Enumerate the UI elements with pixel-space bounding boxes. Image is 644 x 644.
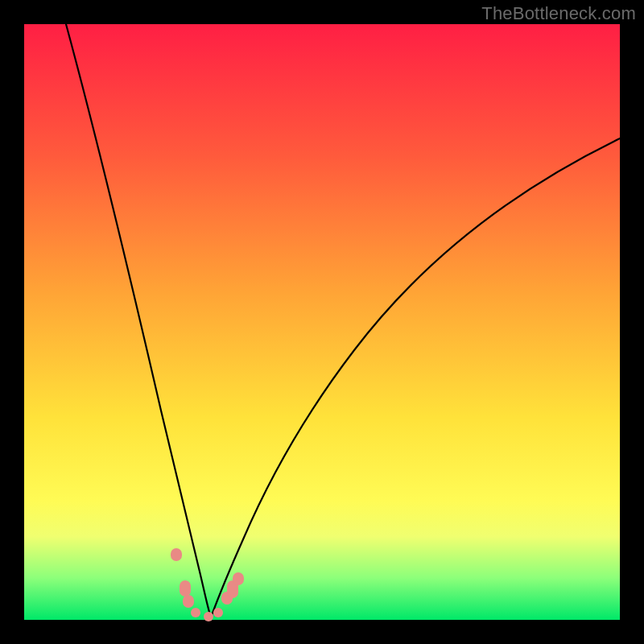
marker-bottom-mid <box>204 612 213 621</box>
curve-svg <box>24 24 620 620</box>
marker-bottom-left <box>191 608 200 617</box>
curve-right-branch <box>211 138 620 617</box>
watermark-text: TheBottleneck.com <box>481 3 636 24</box>
curve-left-branch <box>66 24 211 617</box>
plot-area <box>24 24 620 620</box>
marker-bottom-right <box>213 608 223 617</box>
chart-frame: TheBottleneck.com <box>0 0 644 644</box>
